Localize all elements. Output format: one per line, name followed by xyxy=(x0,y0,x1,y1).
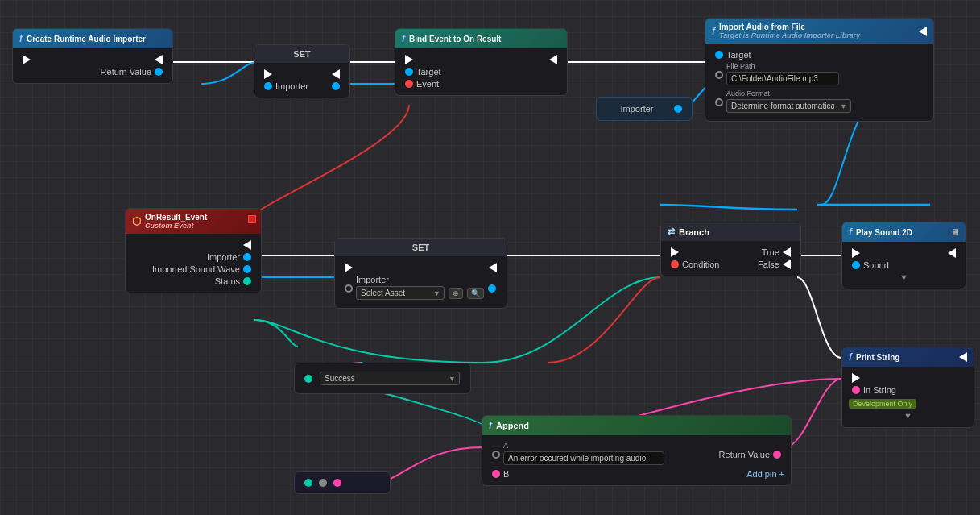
print-instring-pin[interactable] xyxy=(852,386,860,394)
bottom-teal-pin[interactable] xyxy=(304,479,312,487)
import-target-label: Target xyxy=(726,50,751,60)
on-result-status-pin[interactable] xyxy=(243,277,251,285)
import-filepath-empty-pin[interactable] xyxy=(715,71,723,79)
import-filepath-block: File Path xyxy=(726,62,839,87)
print-instring-row: In String xyxy=(849,385,967,395)
on-result-header: ⬡ OnResult_Event Custom Event xyxy=(126,209,261,234)
set2-exec-in[interactable] xyxy=(345,263,353,272)
bind-exec-row xyxy=(402,55,560,64)
bind-exec-in[interactable] xyxy=(405,55,413,64)
success-in-pin[interactable] xyxy=(304,375,312,383)
import-exec-out[interactable] xyxy=(919,27,927,36)
on-result-title-block: OnResult_Event Custom Event xyxy=(145,213,207,230)
exec-in-pin[interactable] xyxy=(23,55,31,64)
on-result-importer-pin[interactable] xyxy=(243,253,251,261)
importer-small-row: Importer xyxy=(603,104,685,114)
print-expand-icon[interactable]: ▼ xyxy=(904,411,912,421)
set1-header: SET xyxy=(254,45,349,63)
bottom-gray-pin[interactable] xyxy=(319,479,327,487)
importer-small-pin[interactable] xyxy=(674,105,682,113)
set2-importer-label: Importer xyxy=(356,275,484,284)
exec-out-pin[interactable] xyxy=(155,55,163,64)
append-a-circle-pin[interactable] xyxy=(492,451,500,459)
set2-circle-pin[interactable] xyxy=(345,284,353,293)
set1-exec-in[interactable] xyxy=(264,69,272,79)
set1-importer-row: Importer xyxy=(261,81,343,91)
bottom-pink-pin[interactable] xyxy=(333,479,341,487)
print-expand-row: ▼ xyxy=(849,411,967,421)
branch-false-label: False xyxy=(758,260,779,269)
append-a-label: A xyxy=(503,442,664,450)
append-addpin-label[interactable]: Add pin + xyxy=(746,469,784,479)
branch-body: True Condition False xyxy=(661,241,800,276)
set2-header: SET xyxy=(335,239,507,256)
append-a-input[interactable] xyxy=(503,451,664,465)
set1-importer-out[interactable] xyxy=(332,82,340,90)
play-sound-expand-row: ▼ xyxy=(849,272,959,282)
on-result-event-node: ⬡ OnResult_Event Custom Event Importer I… xyxy=(125,208,262,293)
bind-event-pin[interactable] xyxy=(405,80,413,88)
on-result-exec-out[interactable] xyxy=(243,240,251,250)
on-result-exec-row xyxy=(132,240,254,250)
append-header: f Append xyxy=(482,416,791,435)
import-filepath-row: File Path xyxy=(712,62,927,87)
set2-select-asset-row: Select Asset ▼ ⊕ 🔍 xyxy=(356,284,484,301)
import-format-dropdown[interactable]: Determine format automatically xyxy=(726,99,851,113)
set2-importer-row: Importer Select Asset ▼ ⊕ 🔍 xyxy=(341,275,500,301)
on-result-title: OnResult_Event xyxy=(145,213,207,222)
print-exec-out[interactable] xyxy=(959,352,967,362)
return-value-pin[interactable] xyxy=(155,68,163,76)
play-sound-exec-in[interactable] xyxy=(852,248,860,258)
set2-out-pin[interactable] xyxy=(488,284,496,293)
import-audioformat-row: Audio Format Determine format automatica… xyxy=(712,89,927,114)
bind-target-label: Target xyxy=(416,67,441,77)
success-dropdown-node: Success ▼ xyxy=(294,363,471,394)
create-runtime-header: f Create Runtime Audio Importer xyxy=(13,29,172,48)
print-string-node: f Print String In String Development Onl… xyxy=(841,347,974,428)
append-return-pin[interactable] xyxy=(773,451,781,459)
import-format-empty-pin[interactable] xyxy=(715,98,723,106)
set2-exec-out[interactable] xyxy=(489,263,497,272)
success-dropdown[interactable]: Success xyxy=(320,372,460,385)
import-format-dropdown-wrapper: Determine format automatically ▼ xyxy=(726,98,851,114)
set1-exec-out[interactable] xyxy=(332,69,340,79)
branch-false-row: Condition False xyxy=(668,260,794,269)
importer-small-label: Importer xyxy=(603,104,671,114)
import-audio-header: f Import Audio from File Target is Runti… xyxy=(705,19,933,44)
set2-search-btn[interactable]: 🔍 xyxy=(467,288,484,299)
import-filepath-input[interactable] xyxy=(726,72,839,85)
return-value-label: Return Value xyxy=(101,67,151,77)
append-body: A Return Value B Add pin + xyxy=(482,435,791,485)
append-b-pin[interactable] xyxy=(492,470,500,478)
branch-false-pin[interactable] xyxy=(783,260,791,269)
set2-browse-btn[interactable]: ⊕ xyxy=(449,288,463,299)
set1-importer-in[interactable] xyxy=(264,82,272,90)
branch-condition-label: Condition xyxy=(682,260,719,269)
play-sound-expand-icon[interactable]: ▼ xyxy=(899,272,908,282)
func-icon: f xyxy=(19,33,23,44)
bottom-connector-body xyxy=(295,472,390,493)
import-target-pin[interactable] xyxy=(715,51,723,59)
bind-exec-out[interactable] xyxy=(549,55,557,64)
branch-true-pin[interactable] xyxy=(783,247,791,257)
append-node: f Append A Return Value B Add pin + xyxy=(482,415,792,486)
append-title: Append xyxy=(496,421,529,430)
set2-select-asset-dropdown[interactable]: Select Asset xyxy=(356,286,445,300)
set1-title: SET xyxy=(293,49,310,59)
print-exec-in[interactable] xyxy=(852,373,860,383)
success-dropdown-body: Success ▼ xyxy=(295,363,470,393)
set1-body: Importer xyxy=(254,63,349,98)
print-string-body: In String Development Only ▼ xyxy=(842,367,974,427)
on-result-soundwave-pin[interactable] xyxy=(243,265,251,273)
play-sound-title: Play Sound 2D xyxy=(856,228,912,237)
append-a-block: A xyxy=(503,442,664,467)
bind-event-row: Event xyxy=(402,79,560,89)
return-value-row: Return Value xyxy=(19,67,166,77)
bind-target-pin[interactable] xyxy=(405,68,413,76)
play-sound-exec-out[interactable] xyxy=(948,248,956,258)
play-sound-sound-pin[interactable] xyxy=(852,261,860,269)
branch-exec-in[interactable] xyxy=(671,247,679,257)
branch-true-label: True xyxy=(762,247,779,257)
branch-condition-pin[interactable] xyxy=(671,260,679,268)
append-return-label: Return Value xyxy=(719,450,770,459)
